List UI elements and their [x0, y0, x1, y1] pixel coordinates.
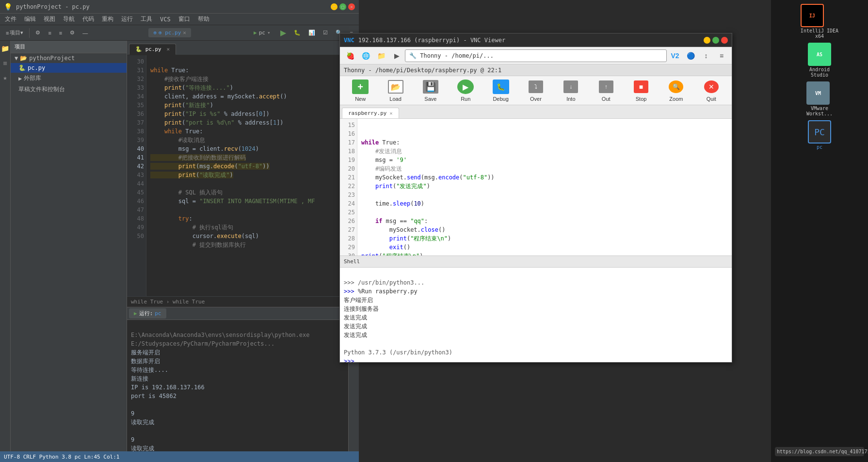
vnc-raspberry-icon[interactable]: 🍓: [343, 49, 357, 63]
file-tab-indicator[interactable]: ⊕ ⊕ pc.py ✕: [148, 28, 191, 37]
quit-label: Quit: [707, 96, 716, 102]
vnc-globe-icon[interactable]: 🌐: [358, 49, 373, 63]
load-icon: 📂: [388, 80, 403, 94]
thonny-toolbar: + New 📂 Load 💾 Save ▶: [340, 76, 732, 105]
build-btn[interactable]: ⚙: [32, 27, 43, 39]
quit-icon-area: ✕: [703, 79, 720, 95]
run-config-icon: ▶: [254, 30, 257, 36]
thonny-quit-button[interactable]: ✕ Quit: [695, 78, 728, 103]
menu-code[interactable]: 代码: [80, 14, 97, 24]
save-label: Save: [424, 96, 436, 102]
align-btn[interactable]: ≡: [45, 27, 54, 39]
thonny-save-button[interactable]: 💾 Save: [414, 78, 447, 103]
file-tab-close[interactable]: ✕: [183, 30, 186, 36]
load-label: Load: [389, 96, 401, 102]
project-tree-icon[interactable]: 📁: [0, 43, 11, 54]
thonny-code[interactable]: 15 16 17 18 19 20 21 22 23 24 25 26 27 2…: [340, 119, 732, 255]
structure-icon[interactable]: ≡: [0, 57, 11, 69]
debug-button[interactable]: 🐛: [291, 27, 304, 39]
intellij-icon[interactable]: IJ IntelliJ IDEAx64: [801, 4, 838, 39]
tree-item-scratches[interactable]: 草稿文件和控制台: [11, 84, 127, 95]
run-button[interactable]: ▶: [277, 27, 289, 39]
run-tabs: ▶ 运行: pc: [127, 307, 348, 320]
shell-tab-label[interactable]: Shell: [344, 258, 360, 265]
run-icon: ▶: [457, 80, 474, 94]
thonny-titlebar: Thonny - /home/pi/Desktop/raspberry.py @…: [340, 64, 732, 76]
into-label: Into: [566, 96, 575, 102]
shell-content[interactable]: >>> /usr/bin/python3... >>> %Run raspber…: [340, 268, 732, 362]
thonny-debug-button[interactable]: 🐛 Debug: [484, 78, 517, 103]
thonny-over-button[interactable]: ⤵ Over: [519, 78, 552, 103]
tree-item-external[interactable]: ▶ 外部库: [11, 73, 127, 84]
editor-tab-pcpy[interactable]: 🐍 pc.py ✕: [129, 44, 176, 55]
line-numbers: 30 31 32 33 34 35 36 37 38 39 40 41 42 4…: [127, 55, 146, 296]
maximize-button[interactable]: □: [339, 3, 346, 10]
menu-view[interactable]: 视图: [41, 14, 58, 24]
thonny-stop-button[interactable]: ■ Stop: [625, 78, 658, 103]
run-output[interactable]: E:\Anaconda\Anaconda3\envs\sensordisplay…: [127, 320, 348, 462]
settings-btn[interactable]: ⚙: [67, 27, 78, 39]
thonny-tab-close[interactable]: ✕: [389, 111, 392, 116]
run-config[interactable]: ▶ pc ▾: [249, 28, 275, 37]
zoom-icon: 🔍: [669, 80, 683, 93]
menu-tools[interactable]: 工具: [138, 14, 155, 24]
run-label: Run: [461, 96, 470, 102]
browser-notification[interactable]: https://blog.csdn.net/qq_41071759...: [775, 447, 864, 456]
code-text[interactable]: while True: #接收客户端连接 print("等待连接....") c…: [146, 55, 348, 296]
more-btn[interactable]: —: [80, 27, 91, 39]
vnc-minimize[interactable]: [704, 37, 710, 44]
status-bar: UTF-8 CRLF Python 3.8 pc Ln:45 Col:1: [0, 451, 359, 462]
vmware-icon[interactable]: VM VMwareWorkst...: [806, 81, 833, 116]
vnc-terminal-icon[interactable]: ▶: [389, 49, 404, 63]
menu-window[interactable]: 窗口: [176, 14, 193, 24]
menu-vcs[interactable]: VCS: [157, 15, 174, 24]
vnc-close[interactable]: [721, 37, 728, 44]
vnc-arrows-icon[interactable]: ↕: [699, 49, 713, 63]
tree-item-pcpy[interactable]: 🐍 pc.py: [11, 63, 127, 73]
zoom-icon-area: 🔍: [667, 79, 685, 95]
vnc-folder-icon[interactable]: 📁: [374, 49, 388, 63]
vnc-titlebar: VNC 192.168.137.166 (raspberrypi) - VNC …: [340, 33, 732, 47]
code-content[interactable]: 30 31 32 33 34 35 36 37 38 39 40 41 42 4…: [127, 55, 348, 296]
thonny-out-button[interactable]: ↑ Out: [590, 78, 623, 103]
vnc-maximize[interactable]: [712, 37, 719, 44]
project-dropdown[interactable]: ≡ 项目▾: [3, 27, 26, 39]
menu-refactor[interactable]: 重构: [99, 14, 116, 24]
vnc-address-bar: 🍓 🌐 📁 ▶ 🔧 Thonny - /home/pi/... V2 🔵 ↕ ≡: [340, 47, 732, 64]
thonny-load-button[interactable]: 📂 Load: [379, 78, 412, 103]
project-tree: 项目 ▼ 📂 pythonProject 🐍 pc.py ▶ 外部库 草稿文件和…: [11, 41, 127, 462]
run-tab[interactable]: ▶ 运行: pc: [129, 308, 166, 319]
menu-file[interactable]: 文件: [2, 14, 19, 24]
thonny-title: Thonny - /home/pi/Desktop/raspberry.py @…: [344, 67, 501, 74]
thonny-new-button[interactable]: + New: [344, 78, 377, 103]
favorites-icon[interactable]: ★: [0, 72, 11, 83]
close-button[interactable]: ✕: [348, 3, 355, 10]
vnc-icon-v2[interactable]: V2: [668, 49, 682, 63]
thonny-tab-raspberry[interactable]: raspberry.py ✕: [342, 108, 399, 118]
thonny-into-button[interactable]: ↓ Into: [554, 78, 587, 103]
thonny-zoom-button[interactable]: 🔍 Zoom: [659, 78, 692, 103]
coverage-button[interactable]: ☑: [320, 27, 331, 39]
vnc-bluetooth-icon[interactable]: 🔵: [683, 49, 698, 63]
format-btn[interactable]: ≡: [56, 27, 65, 39]
tab-close-icon[interactable]: ✕: [166, 46, 170, 52]
tree-item-project[interactable]: ▼ 📂 pythonProject: [11, 53, 127, 63]
profile-button[interactable]: 📊: [305, 27, 318, 39]
android-studio-icon[interactable]: AS AndroidStudio: [808, 43, 831, 78]
pycharm-app-icon: 💡: [4, 3, 12, 11]
thonny-run-button[interactable]: ▶ Run: [449, 78, 482, 103]
thonny-code-text[interactable]: while True: #发送消息 msg = '9' #编码发送 mySock…: [357, 119, 732, 255]
menu-run[interactable]: 运行: [118, 14, 136, 24]
menu-navigate[interactable]: 导航: [60, 14, 78, 24]
pycharm-taskbar-icon[interactable]: PC pc: [808, 120, 831, 150]
pycharm-toolbar: ≡ 项目▾ ⚙ ≡ ≡ ⚙ — ⊕ ⊕ pc.py ✕ ▶ pc ▾ ▶ 🐛 📊…: [0, 25, 359, 41]
thonny-editor: raspberry.py ✕ 15 16 17 18 19 20 21 22 2: [340, 105, 732, 255]
minimize-button[interactable]: ─: [331, 3, 338, 10]
vnc-more-icon[interactable]: ≡: [714, 49, 729, 63]
quit-icon: ✕: [704, 80, 719, 93]
menu-edit[interactable]: 编辑: [21, 14, 39, 24]
address-display: 🔧 Thonny - /home/pi/...: [405, 49, 667, 62]
separator: [29, 28, 30, 38]
menu-help[interactable]: 帮助: [195, 14, 212, 24]
into-icon-area: ↓: [562, 79, 579, 95]
